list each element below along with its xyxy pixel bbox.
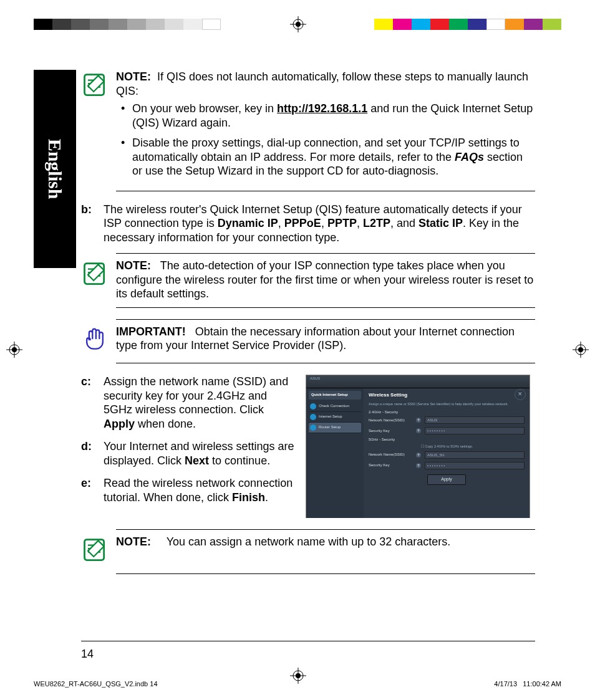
document-footer: WEU8262_RT-AC66U_QSG_V2.indb 14 4/17/13 … bbox=[34, 680, 561, 689]
step-text: Assign the network name (SSID) and secur… bbox=[104, 375, 297, 431]
footer-filename: WEU8262_RT-AC66U_QSG_V2.indb 14 bbox=[34, 680, 158, 689]
section-label: 5GHz - Security bbox=[369, 438, 525, 443]
note-text: NOTE: If QIS does not launch automatical… bbox=[116, 70, 535, 98]
step-e: e: Read the wireless network connection … bbox=[81, 476, 297, 504]
note-block: NOTE: The auto-detection of your ISP con… bbox=[116, 253, 535, 308]
step-text: The wireless router's Quick Internet Set… bbox=[104, 203, 535, 245]
sidebar-item-internet-setup: Internet Setup bbox=[309, 412, 361, 423]
key5g-row: Security Key?• • • • • • • • bbox=[369, 462, 525, 469]
printer-color-bar-right bbox=[374, 19, 561, 30]
registration-mark-icon bbox=[573, 342, 589, 358]
router-ui-screenshot: ASUS ✕ Quick Internet Setup Check Connec… bbox=[306, 375, 530, 518]
panel-title: Wireless Setting bbox=[369, 392, 525, 398]
sidebar-item-check-connection: Check Connection bbox=[309, 401, 361, 412]
step-d: d: Your Internet and wireless settings a… bbox=[81, 439, 297, 467]
page-number: 14 bbox=[81, 647, 94, 661]
note-bullets: On your web browser, key in http://192.1… bbox=[116, 102, 535, 178]
ssid5g-row: Network Name(SSID)?ASUS_5G bbox=[369, 451, 525, 459]
step-letter: d: bbox=[81, 439, 104, 467]
important-text: IMPORTANT! Obtain the necessary informat… bbox=[116, 325, 535, 353]
step-text: Your Internet and wireless settings are … bbox=[104, 439, 297, 467]
step-c: c: Assign the network name (SSID) and se… bbox=[81, 375, 297, 431]
note-icon bbox=[81, 554, 109, 566]
sidebar-header: Quick Internet Setup bbox=[309, 391, 361, 400]
note-block: NOTE: If QIS does not launch automatical… bbox=[116, 70, 535, 191]
note-text: NOTE: You can assign a network name with… bbox=[116, 535, 535, 549]
section-label: 2.4GHz - Security bbox=[369, 410, 525, 415]
language-tab: English bbox=[34, 70, 76, 268]
panel-desc: Assign a unique name or SSID (Service Se… bbox=[369, 402, 525, 406]
note-text: NOTE: The auto-detection of your ISP con… bbox=[116, 259, 535, 301]
language-label: English bbox=[43, 139, 67, 199]
printer-color-bar-left bbox=[34, 19, 221, 30]
step-b: b: The wireless router's Quick Internet … bbox=[81, 203, 535, 245]
router-brand: ASUS bbox=[306, 375, 530, 388]
step-letter: e: bbox=[81, 476, 104, 504]
ssid-row: Network Name(SSID)?ASUS bbox=[369, 416, 525, 424]
close-icon: ✕ bbox=[515, 389, 526, 400]
registration-mark-icon bbox=[6, 342, 22, 358]
router-ip-link: http://192.168.1.1 bbox=[277, 102, 367, 115]
list-item: On your web browser, key in http://192.1… bbox=[116, 102, 535, 130]
key-row: Security Key?• • • • • • • • bbox=[369, 427, 525, 434]
note-block: NOTE: You can assign a network name with… bbox=[116, 529, 535, 574]
important-block: IMPORTANT! Obtain the necessary informat… bbox=[116, 319, 535, 364]
list-item: Disable the proxy settings, dial-up conn… bbox=[116, 136, 535, 178]
apply-button: Apply bbox=[427, 474, 466, 485]
note-icon bbox=[81, 89, 109, 101]
footer-timestamp: 4/17/13 11:00:42 AM bbox=[494, 680, 561, 689]
copy-checkbox-label: ☐ Copy 2.4GHz to 5GHz settings. bbox=[421, 444, 525, 449]
step-text: Read the wireless network connection tut… bbox=[104, 476, 297, 504]
sidebar-item-router-setup: Router Setup bbox=[309, 423, 361, 433]
hand-icon bbox=[81, 343, 109, 356]
step-letter: c: bbox=[81, 375, 104, 431]
registration-mark-icon bbox=[290, 16, 306, 32]
footer-rule bbox=[81, 641, 535, 641]
step-letter: b: bbox=[81, 203, 104, 245]
note-icon bbox=[81, 277, 109, 290]
